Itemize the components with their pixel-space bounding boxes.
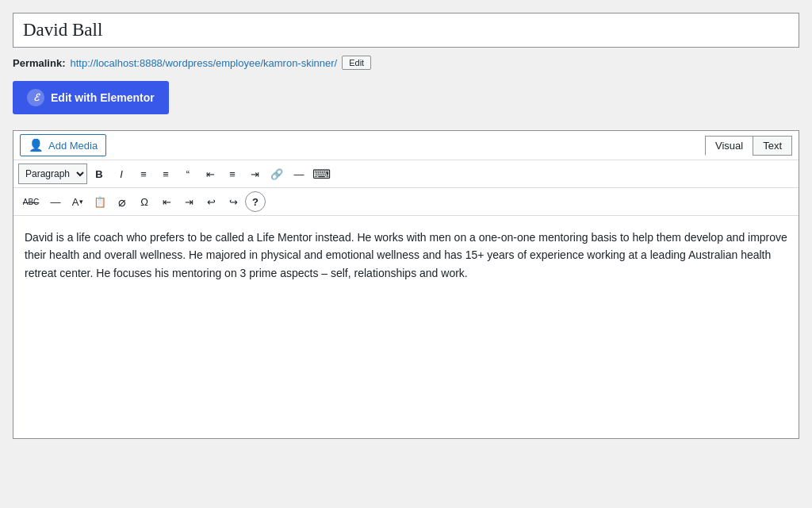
indent-button[interactable]: ⇥ <box>178 191 199 212</box>
elementor-button-label: Edit with Elementor <box>51 91 155 104</box>
hr-button[interactable]: — <box>45 191 66 212</box>
paste-text-button[interactable]: 📋 <box>90 191 110 212</box>
toolbar-row-1: Paragraph B I ≡ ≡ “ ⇤ ≡ ⇥ 🔗 ― ⌨ <box>13 160 799 188</box>
permalink-label: Permalink: <box>13 57 65 69</box>
edit-with-elementor-button[interactable]: ℰ Edit with Elementor <box>13 81 169 114</box>
add-media-label: Add Media <box>48 140 98 152</box>
outdent-button[interactable]: ⇤ <box>156 191 177 212</box>
permalink-row: Permalink: http://localhost:8888/wordpre… <box>13 56 799 70</box>
special-chars-button[interactable]: Ω <box>134 191 155 212</box>
paragraph-select[interactable]: Paragraph <box>18 164 87 184</box>
ordered-list-button[interactable]: ≡ <box>155 164 176 184</box>
align-right-button[interactable]: ⇥ <box>244 164 265 184</box>
editor-container: 👤 Add Media Visual Text Paragraph B I ≡ … <box>13 130 799 439</box>
page-wrapper: Permalink: http://localhost:8888/wordpre… <box>13 13 799 439</box>
help-button[interactable]: ? <box>245 191 266 212</box>
permalink-edit-button[interactable]: Edit <box>342 56 371 70</box>
content-paragraph: David is a life coach who prefers to be … <box>25 229 787 282</box>
more-button[interactable]: ― <box>289 164 309 184</box>
text-color-icon: A <box>72 196 79 208</box>
editor-tab-group: Visual Text <box>705 136 792 156</box>
bold-button[interactable]: B <box>89 164 109 184</box>
post-title-input[interactable] <box>13 13 799 48</box>
clear-format-button[interactable]: ⌀ <box>112 191 132 212</box>
text-color-button[interactable]: A ▾ <box>67 191 88 212</box>
text-color-dropdown-arrow: ▾ <box>79 198 83 206</box>
link-button[interactable]: 🔗 <box>266 164 287 184</box>
add-media-button[interactable]: 👤 Add Media <box>20 134 106 156</box>
elementor-icon: ℰ <box>27 89 44 106</box>
redo-button[interactable]: ↪ <box>223 191 243 212</box>
strikethrough-button[interactable]: ABC <box>18 191 44 212</box>
table-button[interactable]: ⌨ <box>311 164 331 184</box>
undo-button[interactable]: ↩ <box>201 191 221 212</box>
tab-text[interactable]: Text <box>753 136 792 156</box>
italic-button[interactable]: I <box>111 164 132 184</box>
permalink-link[interactable]: http://localhost:8888/wordpress/employee… <box>70 57 337 69</box>
editor-content-area[interactable]: David is a life coach who prefers to be … <box>13 216 799 438</box>
blockquote-button[interactable]: “ <box>178 164 198 184</box>
editor-top-bar: 👤 Add Media Visual Text <box>13 131 799 160</box>
align-left-button[interactable]: ⇤ <box>200 164 220 184</box>
add-media-icon: 👤 <box>29 138 44 152</box>
toolbar-row-2: ABC — A ▾ 📋 ⌀ Ω ⇤ ⇥ ↩ ↪ ? <box>13 188 799 216</box>
align-center-button[interactable]: ≡ <box>222 164 243 184</box>
unordered-list-button[interactable]: ≡ <box>133 164 154 184</box>
tab-visual[interactable]: Visual <box>705 136 753 156</box>
